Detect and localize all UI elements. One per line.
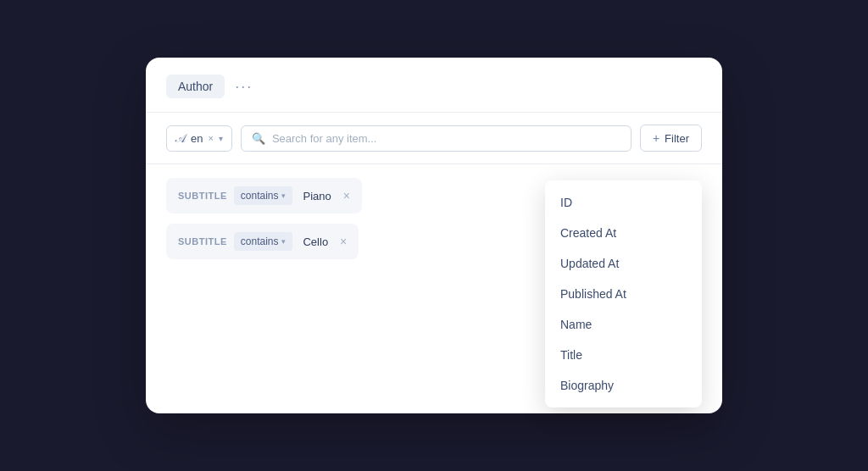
filter-dropdown: IDCreated AtUpdated AtPublished AtNameTi… [545, 180, 702, 407]
chevron-down-icon: ▾ [281, 191, 286, 200]
language-code: en [191, 132, 203, 145]
search-icon: 🔍 [252, 132, 265, 145]
main-card: Author ··· 𝒜 en × ▾ 🔍 Search for any ite… [146, 58, 722, 413]
language-remove[interactable]: × [208, 133, 213, 143]
language-selector[interactable]: 𝒜 en × ▾ [166, 125, 232, 152]
toolbar: 𝒜 en × ▾ 🔍 Search for any item... + Filt… [146, 113, 722, 164]
filter-operator[interactable]: contains ▾ [234, 232, 293, 251]
plus-icon: + [653, 131, 659, 145]
filter-remove-button[interactable]: × [343, 189, 350, 202]
filter-row: SUBTITLE contains ▾ Cello × [166, 224, 359, 259]
filter-operator-text: contains [241, 236, 279, 247]
search-box[interactable]: 🔍 Search for any item... [241, 125, 632, 152]
chevron-down-icon: ▾ [281, 237, 286, 246]
filter-operator-text: contains [241, 190, 279, 202]
filter-remove-button[interactable]: × [340, 235, 347, 248]
translate-icon: 𝒜 [175, 131, 186, 146]
filter-button[interactable]: + Filter [640, 125, 702, 152]
more-dots-button[interactable]: ··· [235, 78, 253, 96]
author-tab[interactable]: Author [166, 75, 225, 98]
filter-row: SUBTITLE contains ▾ Piano × [166, 178, 362, 213]
dropdown-item[interactable]: Biography [545, 370, 702, 401]
card-header: Author ··· [146, 58, 722, 113]
filter-operator[interactable]: contains ▾ [234, 186, 293, 205]
search-placeholder: Search for any item... [272, 132, 377, 145]
filter-value: Piano [299, 188, 334, 204]
filter-field-label: SUBTITLE [178, 191, 227, 201]
filter-field-label: SUBTITLE [178, 236, 227, 247]
dropdown-item[interactable]: Name [545, 309, 702, 340]
chevron-down-icon: ▾ [219, 134, 223, 143]
filter-value: Cello [299, 234, 331, 250]
dropdown-item[interactable]: Created At [545, 218, 702, 248]
dropdown-item[interactable]: Updated At [545, 248, 702, 279]
dropdown-item[interactable]: Title [545, 340, 702, 370]
dropdown-item[interactable]: ID [545, 187, 702, 218]
dropdown-item[interactable]: Published At [545, 279, 702, 309]
filter-label: Filter [665, 132, 689, 145]
